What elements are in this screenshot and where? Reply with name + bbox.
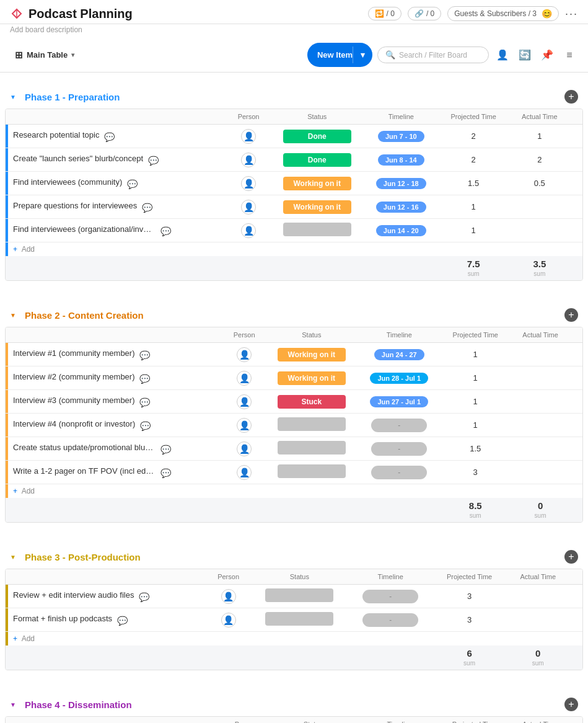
- status-cell: [250, 585, 349, 608]
- status-done[interactable]: Done: [283, 130, 351, 143]
- comment-icon[interactable]: 💬: [127, 179, 138, 189]
- add-phase-button-phase3[interactable]: +: [564, 550, 578, 564]
- task-name[interactable]: Interview #3 (community member): [13, 396, 135, 405]
- phase-table-wrapper-phase4: Person Status Timeline Projected Time Ac…: [5, 716, 583, 723]
- proj-time-col-header: Projected Time: [432, 569, 507, 585]
- person-cell: 👤: [224, 366, 264, 390]
- new-item-arrow[interactable]: ▾: [353, 47, 372, 63]
- sum-extra: [569, 256, 582, 280]
- person-avatar[interactable]: 👤: [221, 613, 236, 628]
- phase-chevron-phase1[interactable]: [10, 92, 20, 102]
- add-row[interactable]: + Add: [6, 242, 582, 257]
- status-empty[interactable]: [278, 441, 346, 455]
- task-name[interactable]: Create "launch series" blurb/concept: [13, 154, 143, 163]
- more-options-button[interactable]: ···: [565, 7, 578, 20]
- sum-actual-cell: 0 sum: [507, 645, 569, 670]
- person-avatar[interactable]: 👤: [237, 347, 252, 362]
- phase-chevron-phase3[interactable]: [10, 552, 20, 562]
- person-avatar[interactable]: 👤: [241, 129, 256, 144]
- sum-empty: [6, 256, 437, 280]
- status-working[interactable]: Working on it: [283, 177, 351, 190]
- person-avatar[interactable]: 👤: [237, 465, 252, 480]
- status-working[interactable]: Working on it: [278, 371, 346, 385]
- loop-badge[interactable]: 🔁 / 0: [368, 7, 402, 20]
- phase-chevron-phase4[interactable]: [10, 699, 20, 709]
- phase-header-phase1: Phase 1 - Preparation +: [5, 87, 583, 106]
- new-item-label: New Item: [317, 50, 353, 60]
- task-name[interactable]: Create status update/promotional blurb..…: [13, 443, 156, 452]
- comment-icon[interactable]: 💬: [139, 592, 149, 602]
- phase-chevron-phase2[interactable]: [10, 310, 20, 320]
- add-phase-button-phase1[interactable]: +: [564, 90, 578, 104]
- timeline-badge[interactable]: Jun 8 - 14: [378, 154, 424, 166]
- task-name[interactable]: Prepare questions for interviewees: [13, 201, 137, 210]
- person-avatar[interactable]: 👤: [221, 589, 236, 604]
- task-name[interactable]: Write a 1-2 pager on TF POV (incl edits): [13, 466, 156, 476]
- person-avatar[interactable]: 👤: [237, 394, 252, 409]
- task-name[interactable]: Interview #4 (nonprofit or investor): [13, 419, 135, 428]
- refresh-icon[interactable]: 🔄: [516, 47, 533, 64]
- comment-icon[interactable]: 💬: [148, 156, 159, 166]
- task-name[interactable]: Interview #1 (community member): [13, 348, 135, 358]
- sum-proj-cell: 6 sum: [432, 645, 507, 670]
- task-name[interactable]: Review + edit interview audio files: [13, 590, 134, 600]
- board-description[interactable]: Add board description: [0, 24, 588, 38]
- filter-icon[interactable]: ≡: [561, 47, 578, 64]
- comment-icon[interactable]: 💬: [160, 226, 171, 236]
- add-item-cell[interactable]: + Add: [8, 242, 582, 257]
- status-working[interactable]: Working on it: [283, 200, 351, 214]
- timeline-badge[interactable]: Jun 27 - Jul 1: [370, 396, 428, 407]
- status-stuck[interactable]: Stuck: [278, 395, 346, 409]
- person-avatar[interactable]: 👤: [241, 223, 256, 238]
- task-name[interactable]: Find interviewees (community): [13, 177, 122, 187]
- comment-icon[interactable]: 💬: [117, 616, 128, 626]
- new-item-button[interactable]: New Item ▾: [307, 43, 372, 67]
- task-name[interactable]: Interview #2 (community member): [13, 372, 135, 381]
- add-phase-button-phase2[interactable]: +: [564, 308, 578, 322]
- status-empty[interactable]: [265, 588, 333, 602]
- add-guest-icon[interactable]: 😊: [542, 9, 552, 19]
- timeline-badge[interactable]: Jun 12 - 18: [376, 178, 426, 189]
- task-name[interactable]: Research potential topic: [13, 130, 99, 140]
- table-selector[interactable]: ⊞ Main Table ▾: [10, 47, 79, 63]
- task-name[interactable]: Find interviewees (organizational/invest…: [13, 224, 156, 234]
- comment-icon[interactable]: 💬: [104, 132, 115, 142]
- status-empty[interactable]: [278, 417, 346, 431]
- actual-time-col-header: Actual Time: [511, 717, 569, 723]
- comment-icon[interactable]: 💬: [160, 468, 171, 478]
- timeline-badge[interactable]: Jun 28 - Jul 1: [370, 373, 428, 384]
- timeline-badge[interactable]: Jun 12 - 16: [376, 202, 426, 213]
- status-empty[interactable]: [265, 612, 333, 626]
- person-avatar[interactable]: 👤: [241, 200, 256, 215]
- comment-icon[interactable]: 💬: [142, 203, 152, 213]
- status-working[interactable]: Working on it: [278, 348, 346, 362]
- status-done[interactable]: Done: [283, 153, 351, 167]
- person-avatar[interactable]: 👤: [241, 176, 256, 191]
- task-name[interactable]: Format + finish up podcasts: [13, 614, 112, 623]
- guest-badge[interactable]: Guests & Subscribers / 3 😊: [447, 6, 559, 21]
- timeline-badge[interactable]: Jun 24 - 27: [374, 349, 424, 360]
- pin-icon[interactable]: 📌: [538, 47, 556, 64]
- task-cell: Interview #1 (community member) 💬: [8, 343, 224, 366]
- status-empty[interactable]: [278, 464, 346, 478]
- comment-icon[interactable]: 💬: [139, 397, 150, 407]
- person-avatar[interactable]: 👤: [241, 153, 256, 167]
- add-phase-button-phase4[interactable]: +: [564, 698, 578, 711]
- person-avatar[interactable]: 👤: [237, 371, 252, 386]
- person-avatar[interactable]: 👤: [237, 441, 252, 456]
- timeline-badge[interactable]: Jun 7 - 10: [378, 131, 424, 142]
- comment-icon[interactable]: 💬: [140, 421, 151, 431]
- status-empty[interactable]: [283, 223, 351, 236]
- link-badge[interactable]: 🔗 / 0: [408, 7, 441, 20]
- add-item-cell[interactable]: + Add: [8, 632, 582, 646]
- timeline-badge[interactable]: Jun 14 - 20: [376, 225, 426, 236]
- comment-icon[interactable]: 💬: [160, 445, 171, 455]
- add-item-cell[interactable]: + Add: [8, 484, 582, 499]
- search-box[interactable]: 🔍 Search / Filter Board: [377, 47, 489, 63]
- add-row[interactable]: + Add: [6, 632, 582, 646]
- comment-icon[interactable]: 💬: [139, 374, 150, 384]
- comment-icon[interactable]: 💬: [139, 350, 150, 360]
- user-icon[interactable]: 👤: [494, 47, 511, 64]
- add-row[interactable]: + Add: [6, 484, 582, 499]
- person-avatar[interactable]: 👤: [237, 418, 252, 433]
